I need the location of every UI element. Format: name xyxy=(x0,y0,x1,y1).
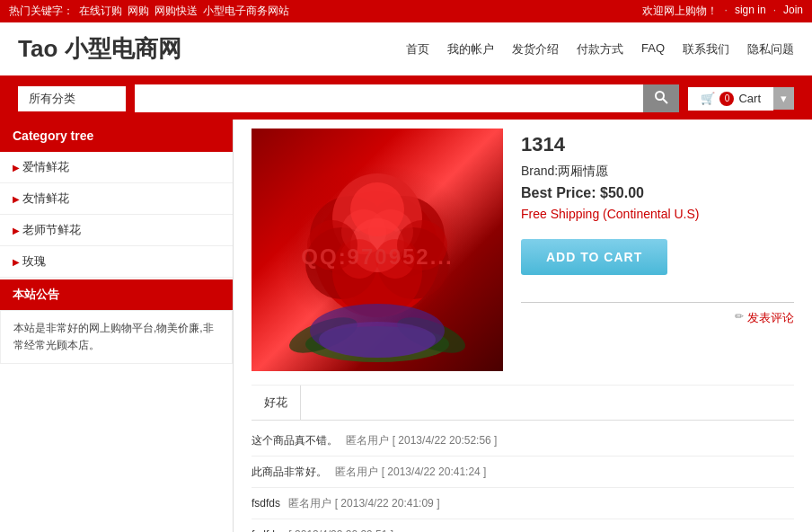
review-text-0: 这个商品真不错。 xyxy=(252,434,338,447)
svg-point-21 xyxy=(319,322,436,358)
category-tree-title: Category tree xyxy=(0,120,233,152)
brand-value: 两厢情愿 xyxy=(558,164,608,178)
review-1: 此商品非常好。 匿名用户 [ 2013/4/22 20:41:24 ] xyxy=(252,457,794,488)
product-brand: Brand:两厢情愿 xyxy=(521,164,794,180)
product-title-section: 好花 xyxy=(252,386,794,421)
sidebar-item-4[interactable]: 玫瑰 xyxy=(0,246,233,278)
edit-icon: ✏ xyxy=(735,310,744,326)
product-info: 1314 Brand:两厢情愿 Best Price: $50.00 Free … xyxy=(521,129,794,371)
product-shipping: Free Shipping (Continental U.S) xyxy=(521,207,794,221)
review-meta-2: 匿名用户 [ 2013/4/22 20:41:09 ] xyxy=(288,497,439,510)
cart-label: Cart xyxy=(738,92,761,105)
review-2: fsdfds 匿名用户 [ 2013/4/22 20:41:09 ] xyxy=(252,488,794,519)
header: Tao 小型电商网 首页 我的帐户 发货介绍 付款方式 FAQ 联系我们 隐私问… xyxy=(0,22,812,77)
svg-line-1 xyxy=(663,99,667,103)
announcement-text: 本站是非常好的网上购物平台,物美价廉,非常经常光顾本店。 xyxy=(0,310,233,364)
product-image-placeholder: QQ:970952... xyxy=(252,129,503,371)
cart-icon: 🛒 xyxy=(701,92,715,105)
product-price: Best Price: $50.00 xyxy=(521,185,794,201)
watermark: QQ:970952... xyxy=(301,244,453,270)
keyword-2[interactable]: 网购 xyxy=(128,4,149,19)
cart-button[interactable]: 🛒 0 Cart xyxy=(688,87,773,111)
review-meta-0: 匿名用户 [ 2013/4/22 20:52:56 ] xyxy=(346,434,497,447)
nav-faq[interactable]: FAQ xyxy=(641,41,665,58)
nav-home[interactable]: 首页 xyxy=(406,41,429,58)
welcome-text: 欢迎网上购物！ xyxy=(642,4,718,19)
top-bar-keywords: 热门关键字： 在线订购 网购 网购快送 小型电子商务网站 xyxy=(9,4,289,19)
sidebar-item-3[interactable]: 老师节鲜花 xyxy=(0,215,233,246)
sidebar: Category tree 爱情鲜花 友情鲜花 老师节鲜花 玫瑰 本站公告 本站… xyxy=(0,120,234,532)
logo[interactable]: Tao 小型电商网 xyxy=(18,33,181,65)
top-bar: 热门关键字： 在线订购 网购 网购快送 小型电子商务网站 欢迎网上购物！ · s… xyxy=(0,0,812,22)
post-comment-link[interactable]: 发表评论 xyxy=(747,310,794,326)
category-select[interactable]: 所有分类 xyxy=(18,86,126,111)
search-input[interactable] xyxy=(135,84,643,112)
search-button[interactable] xyxy=(643,84,679,112)
keywords-label: 热门关键字： xyxy=(9,4,74,19)
cart-count: 0 xyxy=(719,92,734,106)
sidebar-item-1[interactable]: 爱情鲜花 xyxy=(0,152,233,183)
keyword-3[interactable]: 网购快送 xyxy=(154,4,198,19)
product-title: 好花 xyxy=(252,386,301,420)
product-image: QQ:970952... xyxy=(252,129,503,371)
main-content: Category tree 爱情鲜花 友情鲜花 老师节鲜花 玫瑰 本站公告 本站… xyxy=(0,120,812,532)
nav-privacy[interactable]: 隐私问题 xyxy=(747,41,794,58)
nav-shipping[interactable]: 发货介绍 xyxy=(512,41,559,58)
logo-tao: Tao xyxy=(18,35,65,62)
reviews-section: 这个商品真不错。 匿名用户 [ 2013/4/22 20:52:56 ] 此商品… xyxy=(252,421,794,532)
product-area: QQ:970952... 1314 Brand:两厢情愿 Best Price:… xyxy=(234,120,812,532)
brand-label: Brand: xyxy=(521,164,558,178)
signin-link[interactable]: sign in xyxy=(735,4,766,19)
keyword-4[interactable]: 小型电子商务网站 xyxy=(203,4,289,19)
svg-point-0 xyxy=(656,92,664,100)
review-meta-1: 匿名用户 [ 2013/4/22 20:41:24 ] xyxy=(335,466,486,478)
review-text-3: fsdfds xyxy=(252,528,280,532)
search-input-wrap xyxy=(135,84,679,112)
product-title-row: 好花 xyxy=(252,386,794,420)
nav-contact[interactable]: 联系我们 xyxy=(683,41,729,58)
nav-account[interactable]: 我的帐户 xyxy=(447,41,494,58)
cart-area: 🛒 0 Cart ▾ xyxy=(688,87,794,111)
review-0: 这个商品真不错。 匿名用户 [ 2013/4/22 20:52:56 ] xyxy=(252,425,794,457)
top-bar-auth: 欢迎网上购物！ · sign in · Join xyxy=(642,4,803,19)
product-id: 1314 xyxy=(521,133,794,156)
cart-dropdown-arrow[interactable]: ▾ xyxy=(773,87,794,110)
announcement-title: 本站公告 xyxy=(0,279,233,310)
main-nav: 首页 我的帐户 发货介绍 付款方式 FAQ 联系我们 隐私问题 xyxy=(406,41,794,58)
nav-payment[interactable]: 付款方式 xyxy=(577,41,623,58)
add-to-cart-button[interactable]: ADD TO CART xyxy=(521,239,667,275)
review-3: fsdfds [ 2013/4/22 20:39:51 ] xyxy=(252,519,794,532)
svg-point-19 xyxy=(350,182,404,236)
join-link[interactable]: Join xyxy=(783,4,803,19)
search-bar: 所有分类 🛒 0 Cart ▾ xyxy=(0,77,812,120)
logo-name: 小型电商网 xyxy=(65,35,181,62)
review-text-2: fsdfds xyxy=(252,497,280,510)
edit-row: ✏ 发表评论 xyxy=(521,302,794,326)
keyword-1[interactable]: 在线订购 xyxy=(79,4,122,19)
review-meta-3: [ 2013/4/22 20:39:51 ] xyxy=(288,528,393,532)
review-text-1: 此商品非常好。 xyxy=(252,466,327,478)
sidebar-item-2[interactable]: 友情鲜花 xyxy=(0,183,233,215)
product-top: QQ:970952... 1314 Brand:两厢情愿 Best Price:… xyxy=(252,129,794,386)
